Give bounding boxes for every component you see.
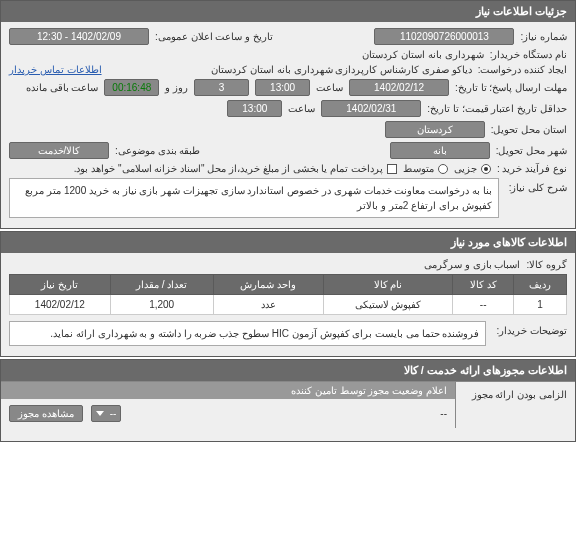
col-qty: تعداد / مقدار bbox=[110, 275, 213, 295]
items-header: اطلاعات کالاهای مورد نیاز bbox=[1, 232, 575, 253]
permits-body: الزامی بودن ارائه مجوز اعلام وضعیت مجوز … bbox=[1, 381, 575, 441]
need-info-header: جزئیات اطلاعات نیاز bbox=[1, 1, 575, 22]
buyer-org-value: شهرداری بانه استان کردستان bbox=[362, 49, 483, 60]
process-label: نوع فرآیند خرید : bbox=[497, 163, 567, 174]
buyer-notes-box: فروشنده حتما می بایست برای کفپوش آزمون H… bbox=[9, 321, 486, 346]
view-permit-button[interactable]: مشاهده مجوز bbox=[9, 405, 83, 422]
requester-label: ایجاد کننده درخواست: bbox=[478, 64, 567, 75]
process-medium-label: متوسط bbox=[403, 163, 434, 174]
response-date-field: 1402/02/12 bbox=[349, 79, 449, 96]
table-row[interactable]: 1 -- کفپوش لاستیکی عدد 1,200 1402/02/12 bbox=[10, 295, 567, 315]
payment-note-option: پرداخت تمام یا بخشی از مبلغ خرید،از محل … bbox=[74, 163, 397, 174]
time-left-label: ساعت باقی مانده bbox=[26, 82, 99, 93]
cell-row: 1 bbox=[514, 295, 567, 315]
description-box: بنا به درخواست معاونت خدمات شهری در خصوص… bbox=[9, 178, 499, 218]
status-select[interactable]: -- bbox=[91, 405, 122, 422]
cell-unit: عدد bbox=[213, 295, 323, 315]
col-name: نام کالا bbox=[324, 275, 453, 295]
items-table: ردیف کد کالا نام کالا واحد شمارش تعداد /… bbox=[9, 274, 567, 315]
need-no-field: 1102090726000013 bbox=[374, 28, 514, 45]
city-label: شهر محل تحویل: bbox=[496, 145, 567, 156]
min-validity-date-field: 1402/02/31 bbox=[321, 100, 421, 117]
contact-link[interactable]: اطلاعات تماس خریدار bbox=[9, 64, 102, 75]
process-low-option[interactable]: جزیی bbox=[454, 163, 491, 174]
chevron-down-icon bbox=[96, 411, 104, 416]
group-value: اسباب بازی و سرگرمی bbox=[424, 259, 520, 270]
days-field: 3 bbox=[194, 79, 249, 96]
need-no-label: شماره نیاز: bbox=[520, 31, 567, 42]
need-info-panel: جزئیات اطلاعات نیاز شماره نیاز: 11020907… bbox=[0, 0, 576, 229]
response-time-field: 13:00 bbox=[255, 79, 310, 96]
cell-qty: 1,200 bbox=[110, 295, 213, 315]
province-label: استان محل تحویل: bbox=[491, 124, 567, 135]
time-label-2: ساعت bbox=[288, 103, 315, 114]
category-field: کالا/خدمت bbox=[9, 142, 109, 159]
min-validity-label: حداقل تاریخ اعتبار قیمت؛ تا تاریخ: bbox=[427, 103, 567, 114]
permits-panel: اطلاعات مجوزهای ارائه خدمت / کالا الزامی… bbox=[0, 359, 576, 442]
cell-date: 1402/02/12 bbox=[10, 295, 111, 315]
items-body: ۰۲۱-۸۸۳۴۹۶ گروه کالا: اسباب بازی و سرگرم… bbox=[1, 253, 575, 356]
cell-name: کفپوش لاستیکی bbox=[324, 295, 453, 315]
process-low-label: جزیی bbox=[454, 163, 477, 174]
public-datetime-label: تاریخ و ساعت اعلان عمومی: bbox=[155, 31, 273, 42]
col-row: ردیف bbox=[514, 275, 567, 295]
description-label: شرح کلی نیاز: bbox=[509, 178, 567, 193]
cell-code: -- bbox=[453, 295, 514, 315]
col-date: تاریخ نیاز bbox=[10, 275, 111, 295]
col-unit: واحد شمارش bbox=[213, 275, 323, 295]
time-label-1: ساعت bbox=[316, 82, 343, 93]
response-deadline-label: مهلت ارسال پاسخ؛ تا تاریخ: bbox=[455, 82, 567, 93]
city-field: بانه bbox=[390, 142, 490, 159]
time-left-field: 00:16:48 bbox=[104, 79, 159, 96]
public-datetime-field: 1402/02/09 - 12:30 bbox=[9, 28, 149, 45]
buyer-notes-label: توضیحات خریدار: bbox=[496, 321, 567, 336]
payment-note-label: پرداخت تمام یا بخشی از مبلغ خرید،از محل … bbox=[74, 163, 383, 174]
province-field: کردستان bbox=[385, 121, 485, 138]
min-validity-time-field: 13:00 bbox=[227, 100, 282, 117]
radio-icon bbox=[438, 164, 448, 174]
radio-checked-icon bbox=[481, 164, 491, 174]
process-medium-option[interactable]: متوسط bbox=[403, 163, 448, 174]
category-label: طبقه بندی موضوعی: bbox=[115, 145, 200, 156]
select-placeholder-1: -- bbox=[440, 408, 447, 419]
requester-value: دیاکو صفری کارشناس کارپردازی شهرداری بان… bbox=[211, 64, 471, 75]
select-value: -- bbox=[110, 408, 117, 419]
status-header: اعلام وضعیت مجوز توسط تامین کننده bbox=[1, 382, 455, 399]
mandatory-label: الزامی بودن ارائه مجوز bbox=[472, 389, 567, 400]
permits-header: اطلاعات مجوزهای ارائه خدمت / کالا bbox=[1, 360, 575, 381]
items-panel: اطلاعات کالاهای مورد نیاز ۰۲۱-۸۸۳۴۹۶ گرو… bbox=[0, 231, 576, 357]
checkbox-icon bbox=[387, 164, 397, 174]
group-label: گروه کالا: bbox=[526, 259, 567, 270]
days-label: روز و bbox=[165, 82, 188, 93]
need-info-body: شماره نیاز: 1102090726000013 تاریخ و ساع… bbox=[1, 22, 575, 228]
buyer-org-label: نام دستگاه خریدار: bbox=[490, 49, 567, 60]
col-code: کد کالا bbox=[453, 275, 514, 295]
